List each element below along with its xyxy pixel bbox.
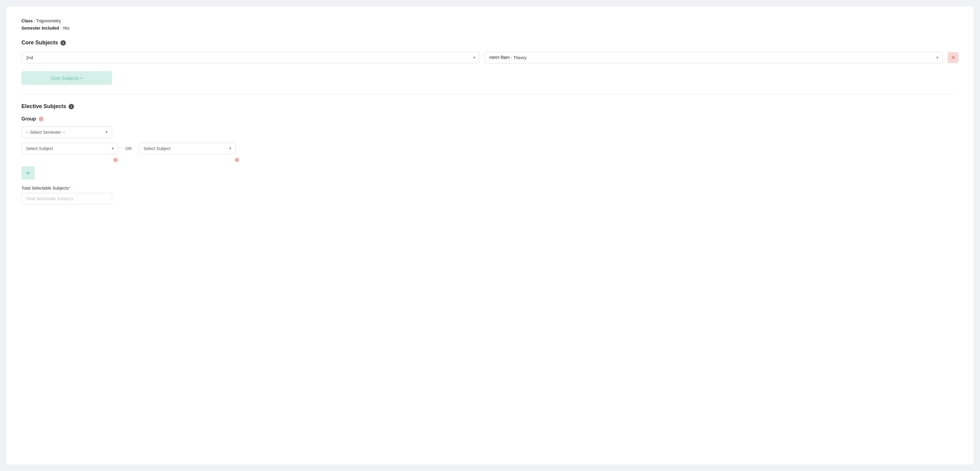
elective-subjects-section: Elective Subjects i Group ⊗ -- Select Se… <box>21 103 959 205</box>
elective-subjects-label: Elective Subjects <box>21 103 66 109</box>
elective-semester-select-wrapper: -- Select Semester -- 1st 2nd 3rd ▼ <box>21 127 112 138</box>
class-label: Class <box>21 18 33 23</box>
group-remove-button[interactable]: ⊗ <box>38 116 44 122</box>
elective-subject1-remove-button[interactable]: ⊗ <box>113 157 118 163</box>
semester-included-value: Yes <box>62 26 70 30</box>
semester-colon: : <box>60 26 62 30</box>
section-divider <box>21 94 959 94</box>
elective-subject1-select[interactable]: Select Subject <box>21 143 118 154</box>
core-subjects-info-icon[interactable]: i <box>60 40 66 46</box>
add-group-button[interactable]: + <box>21 167 35 180</box>
or-label: OR <box>126 146 132 151</box>
core-subject-remove-button[interactable]: ✕ <box>948 52 959 63</box>
page-container: Class : Trigonometry Semester Included :… <box>6 6 974 465</box>
elective-subject-row: Select Subject ▼ OR Select Subject ▼ <box>21 143 959 154</box>
core-subject-select[interactable]: रसायन विज्ञान - Theory Other Subject <box>485 52 943 63</box>
elective-subject1-select-wrapper: Select Subject ▼ <box>21 143 118 154</box>
class-value: Trigonometry <box>36 18 61 23</box>
semester-included-label: Semester Included <box>21 26 59 30</box>
total-selectable-input[interactable] <box>21 193 112 205</box>
core-subjects-label: Core Subjects <box>21 40 58 46</box>
group-label-row: Group ⊗ <box>21 116 959 122</box>
elective-subjects-title: Elective Subjects i <box>21 103 959 109</box>
subject1-remove-col: ⊗ <box>21 157 118 163</box>
core-subjects-add-button[interactable]: Core Subjects + <box>21 71 112 85</box>
core-semester-select[interactable]: 2nd 1st 3rd <box>21 52 480 63</box>
group-label-text: Group <box>21 116 36 122</box>
semester-info-row: Semester Included : Yes <box>21 26 959 30</box>
elective-subject2-select-wrapper: Select Subject ▼ <box>139 143 235 154</box>
core-subjects-title: Core Subjects i <box>21 40 959 46</box>
total-required-star: * <box>68 186 70 190</box>
total-selectable-label: Total Selectable Subjects <box>21 186 68 190</box>
core-subjects-section: Core Subjects i 2nd 1st 3rd ▼ रसायन विज्… <box>21 40 959 85</box>
elective-semester-select[interactable]: -- Select Semester -- 1st 2nd 3rd <box>21 127 112 138</box>
subject2-remove-col: ⊗ <box>143 157 240 163</box>
core-subjects-row: 2nd 1st 3rd ▼ रसायन विज्ञान - Theory Oth… <box>21 52 959 63</box>
core-semester-select-wrapper: 2nd 1st 3rd ▼ <box>21 52 480 63</box>
class-info-row: Class : Trigonometry <box>21 18 959 23</box>
elective-subjects-info-icon[interactable]: i <box>68 104 74 109</box>
elective-subject2-select[interactable]: Select Subject <box>139 143 235 154</box>
subject-remove-row: ⊗ ⊗ <box>21 157 959 163</box>
class-colon: : <box>34 18 36 23</box>
core-subject-select-wrapper: रसायन विज्ञान - Theory Other Subject ▼ <box>485 52 943 63</box>
add-group-icon: + <box>26 169 30 177</box>
elective-subject2-remove-button[interactable]: ⊗ <box>234 157 240 163</box>
total-selectable-label-row: Total Selectable Subjects* <box>21 186 959 190</box>
